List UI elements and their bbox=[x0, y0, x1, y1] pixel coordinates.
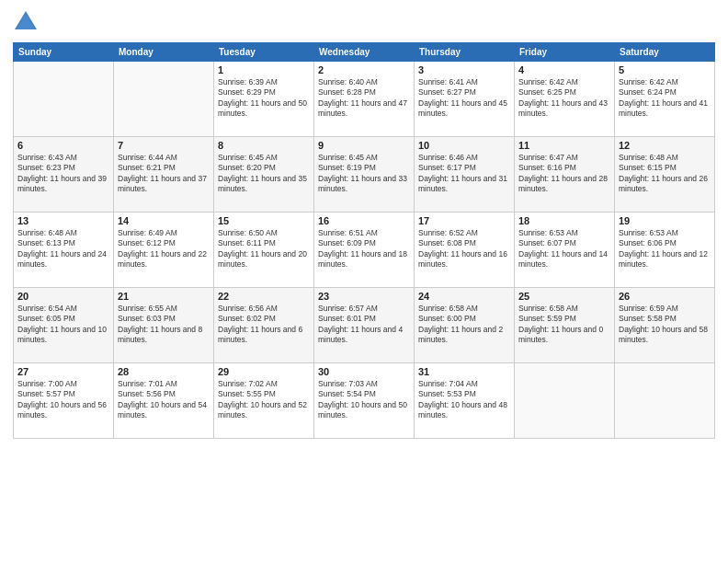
calendar-cell bbox=[615, 363, 715, 439]
weekday-header-saturday: Saturday bbox=[615, 43, 715, 62]
calendar-week-4: 20Sunrise: 6:54 AMSunset: 6:05 PMDayligh… bbox=[14, 288, 715, 363]
day-info: Sunrise: 6:39 AMSunset: 6:29 PMDaylight:… bbox=[218, 77, 310, 120]
day-info: Sunrise: 6:43 AMSunset: 6:23 PMDaylight:… bbox=[17, 153, 109, 195]
day-info: Sunrise: 6:49 AMSunset: 6:12 PMDaylight:… bbox=[118, 228, 210, 270]
calendar-cell: 9Sunrise: 6:45 AMSunset: 6:19 PMDaylight… bbox=[314, 137, 415, 213]
calendar-cell: 11Sunrise: 6:47 AMSunset: 6:16 PMDayligh… bbox=[515, 137, 615, 213]
day-info: Sunrise: 6:53 AMSunset: 6:07 PMDaylight:… bbox=[518, 228, 610, 270]
day-number: 3 bbox=[418, 64, 510, 75]
calendar-week-5: 27Sunrise: 7:00 AMSunset: 5:57 PMDayligh… bbox=[14, 363, 715, 439]
calendar-cell bbox=[114, 62, 214, 137]
day-info: Sunrise: 6:40 AMSunset: 6:28 PMDaylight:… bbox=[318, 77, 410, 120]
day-number: 27 bbox=[17, 366, 109, 377]
calendar-cell: 20Sunrise: 6:54 AMSunset: 6:05 PMDayligh… bbox=[14, 288, 114, 363]
calendar-cell: 29Sunrise: 7:02 AMSunset: 5:55 PMDayligh… bbox=[214, 363, 314, 439]
calendar-cell: 13Sunrise: 6:48 AMSunset: 6:13 PMDayligh… bbox=[14, 213, 114, 288]
weekday-header-sunday: Sunday bbox=[14, 43, 114, 62]
calendar-cell: 5Sunrise: 6:42 AMSunset: 6:24 PMDaylight… bbox=[615, 62, 715, 137]
day-number: 18 bbox=[518, 215, 610, 226]
day-info: Sunrise: 6:51 AMSunset: 6:09 PMDaylight:… bbox=[318, 228, 410, 270]
weekday-header-wednesday: Wednesday bbox=[314, 43, 415, 62]
calendar-cell: 15Sunrise: 6:50 AMSunset: 6:11 PMDayligh… bbox=[214, 213, 314, 288]
page: SundayMondayTuesdayWednesdayThursdayFrid… bbox=[0, 0, 728, 563]
day-number: 23 bbox=[318, 291, 410, 302]
calendar-week-2: 6Sunrise: 6:43 AMSunset: 6:23 PMDaylight… bbox=[14, 137, 715, 213]
day-info: Sunrise: 6:52 AMSunset: 6:08 PMDaylight:… bbox=[418, 228, 510, 270]
day-number: 11 bbox=[518, 140, 610, 151]
weekday-header-monday: Monday bbox=[114, 43, 214, 62]
day-number: 5 bbox=[619, 64, 711, 75]
day-info: Sunrise: 6:54 AMSunset: 6:05 PMDaylight:… bbox=[17, 304, 109, 346]
calendar-week-1: 1Sunrise: 6:39 AMSunset: 6:29 PMDaylight… bbox=[14, 62, 715, 137]
calendar-cell: 16Sunrise: 6:51 AMSunset: 6:09 PMDayligh… bbox=[314, 213, 415, 288]
day-number: 4 bbox=[518, 64, 610, 75]
day-number: 2 bbox=[318, 64, 410, 75]
logo bbox=[13, 9, 42, 35]
day-info: Sunrise: 6:50 AMSunset: 6:11 PMDaylight:… bbox=[218, 228, 310, 270]
calendar-week-3: 13Sunrise: 6:48 AMSunset: 6:13 PMDayligh… bbox=[14, 213, 715, 288]
calendar-cell: 10Sunrise: 6:46 AMSunset: 6:17 PMDayligh… bbox=[415, 137, 515, 213]
calendar-cell: 18Sunrise: 6:53 AMSunset: 6:07 PMDayligh… bbox=[515, 213, 615, 288]
weekday-header-thursday: Thursday bbox=[415, 43, 515, 62]
day-number: 7 bbox=[118, 140, 210, 151]
calendar-cell: 8Sunrise: 6:45 AMSunset: 6:20 PMDaylight… bbox=[214, 137, 314, 213]
day-number: 13 bbox=[17, 215, 109, 226]
day-number: 22 bbox=[218, 291, 310, 302]
day-info: Sunrise: 6:47 AMSunset: 6:16 PMDaylight:… bbox=[518, 153, 610, 195]
day-number: 10 bbox=[418, 140, 510, 151]
day-number: 16 bbox=[318, 215, 410, 226]
calendar-cell: 23Sunrise: 6:57 AMSunset: 6:01 PMDayligh… bbox=[314, 288, 415, 363]
day-number: 21 bbox=[118, 291, 210, 302]
day-number: 8 bbox=[218, 140, 310, 151]
calendar-cell: 27Sunrise: 7:00 AMSunset: 5:57 PMDayligh… bbox=[14, 363, 114, 439]
day-info: Sunrise: 6:57 AMSunset: 6:01 PMDaylight:… bbox=[318, 304, 410, 346]
calendar-cell: 31Sunrise: 7:04 AMSunset: 5:53 PMDayligh… bbox=[415, 363, 515, 439]
day-info: Sunrise: 6:45 AMSunset: 6:20 PMDaylight:… bbox=[218, 153, 310, 195]
calendar-cell: 1Sunrise: 6:39 AMSunset: 6:29 PMDaylight… bbox=[214, 62, 314, 137]
calendar-cell: 4Sunrise: 6:42 AMSunset: 6:25 PMDaylight… bbox=[515, 62, 615, 137]
calendar-cell: 24Sunrise: 6:58 AMSunset: 6:00 PMDayligh… bbox=[415, 288, 515, 363]
day-number: 30 bbox=[318, 366, 410, 377]
header bbox=[13, 9, 715, 35]
weekday-header-row: SundayMondayTuesdayWednesdayThursdayFrid… bbox=[14, 43, 715, 62]
calendar-cell bbox=[14, 62, 114, 137]
day-info: Sunrise: 6:45 AMSunset: 6:19 PMDaylight:… bbox=[318, 153, 410, 195]
calendar-cell: 12Sunrise: 6:48 AMSunset: 6:15 PMDayligh… bbox=[615, 137, 715, 213]
calendar-cell: 26Sunrise: 6:59 AMSunset: 5:58 PMDayligh… bbox=[615, 288, 715, 363]
calendar-cell bbox=[515, 363, 615, 439]
day-info: Sunrise: 6:42 AMSunset: 6:25 PMDaylight:… bbox=[518, 77, 610, 120]
calendar-cell: 2Sunrise: 6:40 AMSunset: 6:28 PMDaylight… bbox=[314, 62, 415, 137]
day-number: 14 bbox=[118, 215, 210, 226]
calendar-cell: 25Sunrise: 6:58 AMSunset: 5:59 PMDayligh… bbox=[515, 288, 615, 363]
day-number: 25 bbox=[518, 291, 610, 302]
calendar-cell: 14Sunrise: 6:49 AMSunset: 6:12 PMDayligh… bbox=[114, 213, 214, 288]
day-info: Sunrise: 7:03 AMSunset: 5:54 PMDaylight:… bbox=[318, 379, 410, 421]
day-info: Sunrise: 6:42 AMSunset: 6:24 PMDaylight:… bbox=[619, 77, 711, 120]
day-info: Sunrise: 6:44 AMSunset: 6:21 PMDaylight:… bbox=[118, 153, 210, 195]
day-info: Sunrise: 7:04 AMSunset: 5:53 PMDaylight:… bbox=[418, 379, 510, 421]
day-info: Sunrise: 7:01 AMSunset: 5:56 PMDaylight:… bbox=[118, 379, 210, 421]
day-number: 26 bbox=[619, 291, 711, 302]
day-info: Sunrise: 6:48 AMSunset: 6:13 PMDaylight:… bbox=[17, 228, 109, 270]
day-number: 17 bbox=[418, 215, 510, 226]
day-number: 15 bbox=[218, 215, 310, 226]
calendar: SundayMondayTuesdayWednesdayThursdayFrid… bbox=[13, 42, 715, 439]
day-info: Sunrise: 6:58 AMSunset: 5:59 PMDaylight:… bbox=[518, 304, 610, 346]
day-number: 28 bbox=[118, 366, 210, 377]
day-number: 31 bbox=[418, 366, 510, 377]
calendar-cell: 22Sunrise: 6:56 AMSunset: 6:02 PMDayligh… bbox=[214, 288, 314, 363]
calendar-cell: 17Sunrise: 6:52 AMSunset: 6:08 PMDayligh… bbox=[415, 213, 515, 288]
logo-icon bbox=[13, 9, 39, 35]
day-number: 24 bbox=[418, 291, 510, 302]
day-number: 1 bbox=[218, 64, 310, 75]
day-info: Sunrise: 6:58 AMSunset: 6:00 PMDaylight:… bbox=[418, 304, 510, 346]
calendar-cell: 3Sunrise: 6:41 AMSunset: 6:27 PMDaylight… bbox=[415, 62, 515, 137]
weekday-header-friday: Friday bbox=[515, 43, 615, 62]
day-info: Sunrise: 6:59 AMSunset: 5:58 PMDaylight:… bbox=[619, 304, 711, 346]
day-number: 20 bbox=[17, 291, 109, 302]
day-number: 29 bbox=[218, 366, 310, 377]
day-number: 9 bbox=[318, 140, 410, 151]
day-number: 12 bbox=[619, 140, 711, 151]
day-number: 6 bbox=[17, 140, 109, 151]
day-info: Sunrise: 6:46 AMSunset: 6:17 PMDaylight:… bbox=[418, 153, 510, 195]
